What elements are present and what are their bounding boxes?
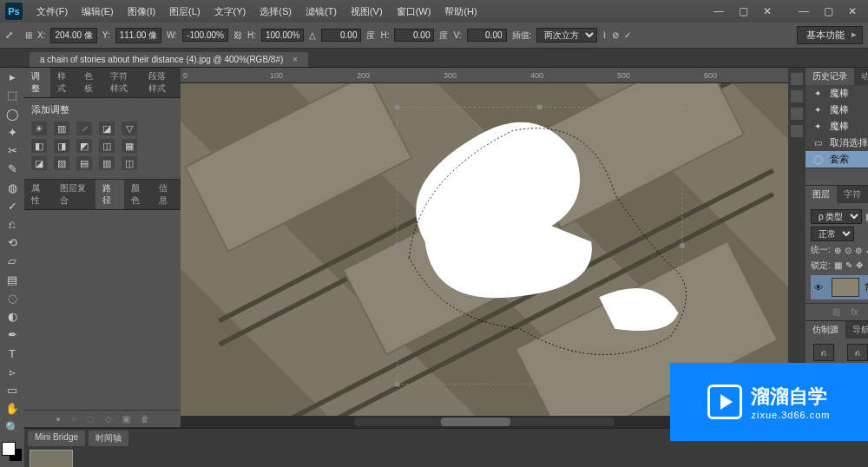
interp-select[interactable]: 两次立方 — [536, 28, 597, 43]
dodge-tool[interactable]: ◐ — [0, 307, 24, 326]
menu-layer[interactable]: 图层(L) — [162, 2, 207, 22]
history-row[interactable]: ✦魔棒 — [806, 118, 868, 135]
path-make-icon[interactable]: ◇ — [105, 414, 112, 424]
h-input[interactable]: 100.00% — [261, 29, 304, 42]
tab-layercomps[interactable]: 图层复合 — [53, 180, 95, 209]
inner-close-button[interactable]: ✕ — [757, 4, 778, 18]
menu-view[interactable]: 视图(V) — [344, 2, 390, 22]
menu-help[interactable]: 帮助(H) — [437, 2, 483, 22]
tab-timeline[interactable]: 时间轴 — [89, 431, 128, 446]
mini-thumbnail[interactable]: 1 — [30, 450, 73, 467]
menu-window[interactable]: 窗口(W) — [390, 2, 438, 22]
tab-history[interactable]: 历史记录 — [806, 68, 854, 85]
lock-trans-icon[interactable]: ▦ — [834, 260, 842, 270]
hskew-input[interactable]: 0.00 — [394, 29, 434, 42]
gradient-tool[interactable]: ▤ — [0, 271, 24, 289]
x-input[interactable]: 204.00 像 — [50, 28, 96, 43]
fg-color[interactable] — [2, 442, 16, 456]
heal-tool[interactable]: ◍ — [0, 178, 24, 196]
marquee-tool[interactable]: ⬚ — [0, 86, 24, 104]
tab-navigator[interactable]: 导航器 — [845, 321, 868, 339]
collapsed-icon[interactable] — [791, 125, 803, 137]
tab-paths[interactable]: 路径 — [95, 180, 124, 209]
adj-map-icon[interactable]: ▥ — [99, 156, 115, 170]
maximize-button[interactable]: ▢ — [818, 4, 838, 18]
layer-item[interactable]: 👁 背景 🔒 — [811, 275, 868, 299]
pen-tool[interactable]: ✒ — [0, 326, 24, 344]
angle-input[interactable]: 0.00 — [321, 29, 361, 42]
layer-filter-select[interactable]: ρ 类型 — [811, 209, 862, 224]
text-tool[interactable]: T — [0, 345, 24, 363]
unify-pos-icon[interactable]: ⊕ — [834, 246, 841, 255]
clone-src-1[interactable]: ⎌ — [813, 344, 834, 361]
adj-curves-icon[interactable]: ⟋ — [76, 122, 92, 135]
crop-tool[interactable]: ✂ — [0, 141, 24, 160]
clone-src-2[interactable]: ⎌ — [847, 344, 868, 361]
color-swatch[interactable] — [2, 442, 23, 462]
zoom-tool[interactable]: 🔍 — [0, 418, 24, 436]
tab-swatches[interactable]: 色板 — [77, 68, 103, 97]
vskew-input[interactable]: 0.00 — [467, 29, 507, 42]
eyedropper-tool[interactable]: ✎ — [0, 160, 24, 178]
w-input[interactable]: -100.00% — [182, 29, 228, 42]
path-stroke-icon[interactable]: ○ — [71, 414, 76, 424]
workspace-select[interactable]: 基本功能 — [797, 26, 863, 44]
y-input[interactable]: 111.00 像 — [115, 28, 161, 43]
scrollbar-horizontal[interactable] — [354, 418, 615, 426]
blend-mode-select[interactable]: 正常 — [811, 227, 854, 241]
path-selection-icon[interactable]: ◌ — [87, 414, 95, 424]
tab-layers[interactable]: 图层 — [806, 186, 837, 203]
close-button[interactable]: ✕ — [842, 4, 863, 18]
tab-charstyles[interactable]: 字符样式 — [103, 68, 142, 97]
adj-thresh-icon[interactable]: ▤ — [76, 156, 92, 170]
adj-hue-icon[interactable]: ◧ — [31, 139, 47, 153]
adj-levels-icon[interactable]: ▥ — [54, 122, 69, 135]
wand-tool[interactable]: ✦ — [0, 123, 24, 141]
unify-style-icon[interactable]: ⊚ — [855, 246, 862, 255]
collapsed-icon[interactable] — [791, 90, 803, 102]
lasso-tool[interactable]: ◯ — [0, 104, 24, 122]
history-brush-tool[interactable]: ⟲ — [0, 234, 24, 252]
stamp-tool[interactable]: ⎌ — [0, 215, 24, 234]
adj-mixer-icon[interactable]: ◫ — [99, 139, 115, 153]
move-tool[interactable]: ▸ — [0, 68, 24, 86]
adj-brightness-icon[interactable]: ☀ — [31, 122, 47, 135]
tab-adjustments[interactable]: 调整 — [24, 68, 50, 97]
menu-select[interactable]: 选择(S) — [253, 2, 299, 22]
adj-lookup-icon[interactable]: ▦ — [122, 139, 137, 153]
history-row[interactable]: ✦魔棒 — [806, 85, 868, 102]
scrollbar-thumb[interactable] — [441, 418, 510, 426]
warp-icon[interactable]: ⌇ — [602, 30, 607, 40]
path-new-icon[interactable]: ▣ — [122, 414, 130, 424]
commit-icon[interactable]: ✓ — [624, 30, 631, 40]
tab-properties[interactable]: 属性 — [24, 180, 53, 209]
tab-parastyles[interactable]: 段落样式 — [141, 68, 181, 97]
brush-tool[interactable]: ✓ — [0, 197, 24, 215]
unify-vis-icon[interactable]: ⊙ — [845, 246, 852, 255]
path-fill-icon[interactable]: ● — [56, 414, 61, 424]
inner-restore-button[interactable]: ▢ — [733, 4, 753, 18]
collapsed-icon[interactable] — [791, 108, 803, 120]
eraser-tool[interactable]: ▱ — [0, 252, 24, 270]
lock-pixel-icon[interactable]: ✎ — [845, 260, 852, 270]
collapsed-icon[interactable] — [791, 73, 803, 85]
blur-tool[interactable]: ◌ — [0, 289, 24, 307]
close-tab-icon[interactable]: × — [293, 55, 298, 64]
tab-character[interactable]: 字符 — [837, 186, 868, 203]
transform-icon[interactable]: ⤢ — [5, 30, 13, 41]
adj-bw-icon[interactable]: ◨ — [54, 139, 69, 153]
history-row[interactable]: ▭取消选择 — [806, 135, 868, 151]
path-select-tool[interactable]: ▹ — [0, 363, 24, 381]
tab-clonesource[interactable]: 仿制源 — [806, 321, 845, 339]
menu-filter[interactable]: 滤镜(T) — [299, 2, 344, 22]
shape-tool[interactable]: ▭ — [0, 381, 24, 399]
menu-image[interactable]: 图像(I) — [121, 2, 162, 22]
document-tab[interactable]: a chain of stories about their distance … — [30, 52, 308, 67]
tab-actions[interactable]: 动作 — [854, 68, 868, 85]
tab-color[interactable]: 颜色 — [124, 180, 153, 209]
tab-info[interactable]: 信息 — [152, 180, 181, 209]
layer-fx-icon[interactable]: fx — [852, 307, 858, 317]
history-row[interactable]: ✦魔棒 — [806, 102, 868, 118]
menu-type[interactable]: 文字(Y) — [207, 2, 253, 22]
link-layers-icon[interactable]: ⛓ — [832, 307, 841, 317]
